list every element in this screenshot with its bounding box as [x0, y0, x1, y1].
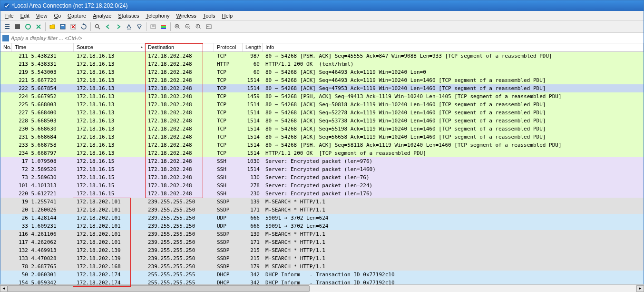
column-headers: No. Time Source▴ Destination Protocol Le…: [0, 43, 644, 52]
packet-row[interactable]: .72 2.589526172.18.16.15172.18.202.248SS…: [0, 165, 644, 173]
svg-rect-1: [5, 24, 10, 25]
packet-row[interactable]: .220 5.612721172.18.16.15172.18.202.248S…: [0, 190, 644, 198]
tb-back-icon[interactable]: [103, 22, 113, 31]
tb-find-icon[interactable]: [93, 22, 102, 31]
packet-row[interactable]: .26 1.428144172.18.202.101239.255.255.25…: [0, 214, 644, 222]
menu-statistics[interactable]: Statistics: [115, 12, 142, 19]
tb-autoscroll-icon[interactable]: [148, 22, 158, 31]
tb-zoom-in-icon[interactable]: [173, 22, 182, 31]
col-protocol[interactable]: Protocol: [214, 43, 243, 51]
packet-row[interactable]: .211 5.438231172.18.16.13172.18.202.248T…: [0, 52, 644, 60]
title-bar: *Local Area Connection (net 172.18.202.0…: [0, 0, 644, 11]
tb-restart-icon[interactable]: [34, 22, 43, 31]
packet-row[interactable]: .224 5.667952172.18.16.13172.18.202.248T…: [0, 92, 644, 101]
svg-rect-4: [15, 24, 20, 29]
tb-fwd-icon[interactable]: [114, 22, 123, 31]
scroll-thumb[interactable]: [8, 285, 310, 292]
tb-zoom-out-icon[interactable]: [183, 22, 193, 31]
packet-row[interactable]: .132 4.469913172.18.202.139239.255.255.2…: [0, 246, 644, 254]
tb-zoom-fit-icon[interactable]: 1: [194, 22, 203, 31]
svg-line-10: [98, 28, 100, 29]
packet-row[interactable]: .78 2.687765172.18.202.168239.255.255.25…: [0, 262, 644, 271]
tb-zoom-reset-icon[interactable]: [204, 22, 214, 31]
display-filter-input[interactable]: [11, 35, 642, 41]
menu-wireless[interactable]: Wireless: [174, 12, 199, 19]
svg-rect-2: [5, 26, 10, 27]
packet-row[interactable]: .17 1.079508172.18.16.15172.18.202.248SS…: [0, 157, 644, 165]
tb-open-icon[interactable]: [48, 22, 57, 31]
svg-rect-16: [161, 25, 166, 26]
svg-rect-18: [161, 28, 166, 29]
tb-start-icon[interactable]: [23, 22, 33, 31]
tb-jump-icon[interactable]: [124, 22, 134, 31]
tb-save-icon[interactable]: [58, 22, 68, 31]
app-icon: [3, 2, 10, 9]
packet-row[interactable]: .50 2.060301172.18.202.174255.255.255.25…: [0, 271, 644, 279]
packet-list[interactable]: .211 5.438231172.18.16.13172.18.202.248T…: [0, 52, 644, 287]
svg-rect-17: [161, 26, 166, 28]
svg-line-20: [178, 28, 180, 29]
tb-list-icon[interactable]: [2, 22, 12, 31]
packet-row[interactable]: .20 1.260026172.18.202.101239.255.255.25…: [0, 206, 644, 214]
menu-capture[interactable]: Capture: [65, 12, 89, 19]
packet-row[interactable]: .225 5.668003172.18.16.13172.18.202.248T…: [0, 101, 644, 109]
svg-text:1: 1: [197, 25, 198, 28]
packet-row[interactable]: .231 5.668684172.18.16.13172.18.202.248T…: [0, 133, 644, 141]
packet-row[interactable]: .116 4.261106172.18.202.101239.255.255.2…: [0, 230, 644, 238]
scroll-right-icon[interactable]: ►: [636, 285, 644, 292]
menu-tools[interactable]: Tools: [200, 12, 218, 19]
packet-row[interactable]: .234 5.668797172.18.16.13172.18.202.248T…: [0, 149, 644, 157]
tb-colorize-icon[interactable]: [159, 22, 168, 31]
packet-row[interactable]: .221 5.667720172.18.16.13172.18.202.248T…: [0, 76, 644, 84]
menu-bar: FileEditViewGoCaptureAnalyzeStatisticsTe…: [0, 11, 644, 20]
col-no[interactable]: No.: [0, 43, 12, 51]
packet-row[interactable]: .222 5.667854172.18.16.13172.18.202.248T…: [0, 84, 644, 92]
horizontal-scrollbar[interactable]: ◄ ►: [0, 284, 644, 292]
menu-analyze[interactable]: Analyze: [90, 12, 114, 19]
col-destination[interactable]: Destination: [145, 43, 214, 51]
svg-line-24: [189, 28, 190, 29]
menu-file[interactable]: File: [2, 12, 17, 19]
tb-reload-icon[interactable]: [79, 22, 88, 31]
filter-bookmark-icon[interactable]: [2, 35, 9, 41]
col-info[interactable]: Info: [263, 43, 644, 51]
packet-row[interactable]: .233 5.668758172.18.16.13172.18.202.248T…: [0, 141, 644, 149]
svg-rect-3: [5, 28, 10, 29]
menu-edit[interactable]: Edit: [18, 12, 32, 19]
packet-row[interactable]: .228 5.668503172.18.16.13172.18.202.248T…: [0, 117, 644, 125]
scroll-left-icon[interactable]: ◄: [0, 285, 8, 292]
tb-stop-icon[interactable]: [13, 22, 22, 31]
menu-telephony[interactable]: Telephony: [143, 12, 172, 19]
menu-help[interactable]: Help: [219, 12, 235, 19]
menu-go[interactable]: Go: [51, 12, 64, 19]
menu-view[interactable]: View: [33, 12, 50, 19]
sort-indicator-icon: ▴: [141, 45, 143, 49]
packet-row[interactable]: .73 2.589630172.18.16.15172.18.202.248SS…: [0, 173, 644, 181]
filter-bar: [0, 33, 644, 43]
tb-close-icon[interactable]: [68, 22, 78, 31]
svg-line-27: [199, 28, 201, 29]
svg-rect-7: [61, 25, 64, 26]
col-length[interactable]: Length: [243, 43, 263, 51]
packet-row[interactable]: .230 5.668630172.18.16.13172.18.202.248T…: [0, 125, 644, 133]
col-time[interactable]: Time: [12, 43, 74, 51]
packet-row[interactable]: .213 5.438331172.18.16.13172.18.202.248H…: [0, 60, 644, 68]
packet-row[interactable]: .19 1.255741172.18.202.101239.255.255.25…: [0, 198, 644, 206]
svg-point-9: [96, 24, 99, 28]
tb-jumpend-icon[interactable]: [135, 22, 144, 31]
packet-row[interactable]: .227 5.668400172.18.16.13172.18.202.248T…: [0, 109, 644, 117]
packet-row[interactable]: .219 5.543003172.18.16.13172.18.202.248T…: [0, 68, 644, 76]
packet-row[interactable]: .133 4.470028172.18.202.139239.255.255.2…: [0, 254, 644, 262]
svg-point-5: [26, 24, 30, 29]
packet-row[interactable]: .101 4.101313172.18.16.15172.18.202.248S…: [0, 181, 644, 190]
col-source[interactable]: Source▴: [74, 43, 145, 51]
window-title: *Local Area Connection (net 172.18.202.0…: [12, 2, 128, 9]
svg-point-0: [4, 3, 10, 9]
packet-row[interactable]: .117 4.262062172.18.202.101239.255.255.2…: [0, 238, 644, 246]
toolbar: 1: [0, 20, 644, 33]
packet-row[interactable]: .33 1.609231172.18.202.101239.255.255.25…: [0, 222, 644, 230]
